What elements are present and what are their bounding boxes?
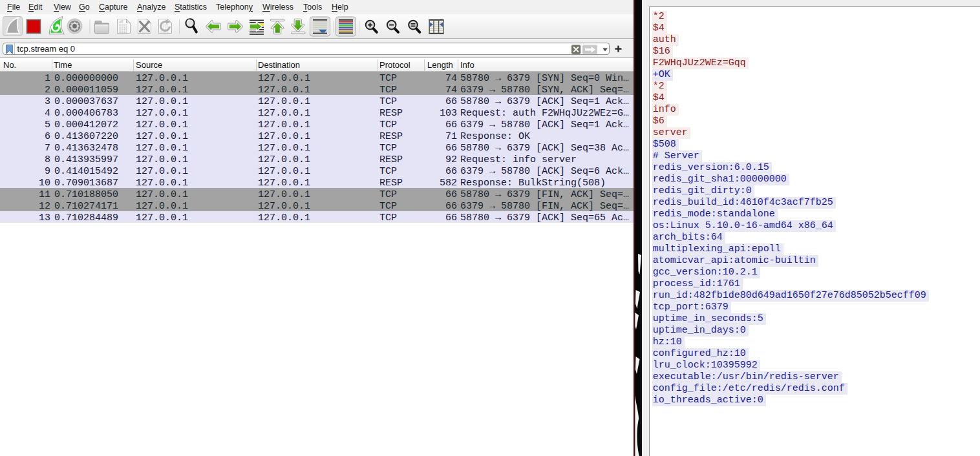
svg-text:0111: 0111 (119, 30, 127, 34)
